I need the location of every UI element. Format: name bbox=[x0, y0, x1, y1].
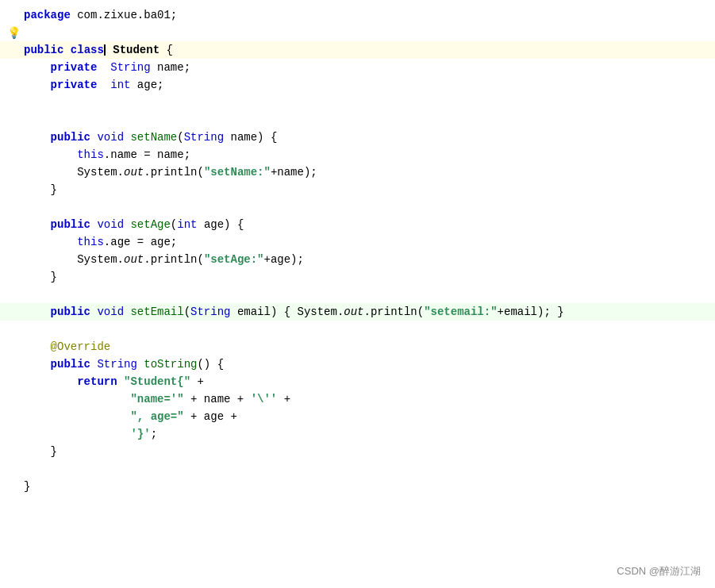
code-line: public void setEmail(String email) { Sys… bbox=[0, 303, 715, 321]
code-line: public void setAge(int age) { bbox=[0, 216, 715, 233]
code-content: System.out.println("setAge:"+age); bbox=[21, 251, 304, 268]
code-content: this.name = name; bbox=[21, 146, 190, 163]
code-content: @Override bbox=[21, 338, 110, 355]
code-content: public class Student { bbox=[21, 41, 173, 59]
code-line: public void setName(String name) { bbox=[0, 129, 715, 146]
code-line: private String name; bbox=[0, 59, 715, 76]
code-content: } bbox=[21, 181, 57, 198]
code-content: } bbox=[21, 478, 30, 495]
code-content: public void setName(String name) { bbox=[21, 129, 277, 146]
code-line: System.out.println("setAge:"+age); bbox=[0, 251, 715, 268]
code-content: private String name; bbox=[21, 59, 190, 76]
code-content: } bbox=[21, 443, 57, 460]
code-line: "name='" + name + '\'' + bbox=[0, 390, 715, 408]
code-line bbox=[0, 111, 715, 129]
code-content: this.age = age; bbox=[21, 233, 177, 251]
code-line: package com.zixue.ba01; bbox=[0, 6, 715, 24]
watermark: CSDN @醉游江湖 bbox=[617, 564, 701, 578]
code-line: ", age=" + age + bbox=[0, 408, 715, 425]
code-content: package com.zixue.ba01; bbox=[21, 6, 177, 24]
code-line: public String toString() { bbox=[0, 355, 715, 373]
code-content: System.out.println("setName:"+name); bbox=[21, 163, 317, 181]
code-line: this.name = name; bbox=[0, 146, 715, 163]
code-line: System.out.println("setName:"+name); bbox=[0, 163, 715, 181]
code-line bbox=[0, 460, 715, 478]
text-cursor bbox=[104, 44, 106, 56]
code-line: 💡 bbox=[0, 24, 715, 41]
code-content: public void setAge(int age) { bbox=[21, 216, 244, 233]
code-line: private int age; bbox=[0, 76, 715, 94]
code-line: return "Student{" + bbox=[0, 373, 715, 390]
code-line: } bbox=[0, 181, 715, 198]
code-line bbox=[0, 321, 715, 338]
code-content: return "Student{" + bbox=[21, 373, 204, 390]
gutter-icon: 💡 bbox=[6, 26, 21, 40]
code-line: public class Student { bbox=[0, 41, 715, 59]
code-line: @Override bbox=[0, 338, 715, 355]
code-line bbox=[0, 94, 715, 111]
code-content: '}'; bbox=[21, 425, 157, 443]
code-line: } bbox=[0, 478, 715, 495]
code-content: "name='" + name + '\'' + bbox=[21, 390, 290, 408]
code-line bbox=[0, 198, 715, 216]
code-line: } bbox=[0, 268, 715, 286]
code-line: } bbox=[0, 443, 715, 460]
code-content: public void setEmail(String email) { Sys… bbox=[21, 303, 564, 321]
code-content: ", age=" + age + bbox=[21, 408, 237, 425]
code-line: '}'; bbox=[0, 425, 715, 443]
code-line: this.age = age; bbox=[0, 233, 715, 251]
code-content: } bbox=[21, 268, 57, 286]
code-editor: package com.zixue.ba01;💡public class Stu… bbox=[0, 0, 715, 588]
code-content: public String toString() { bbox=[21, 355, 224, 373]
code-line bbox=[0, 286, 715, 303]
code-content: private int age; bbox=[21, 76, 163, 94]
